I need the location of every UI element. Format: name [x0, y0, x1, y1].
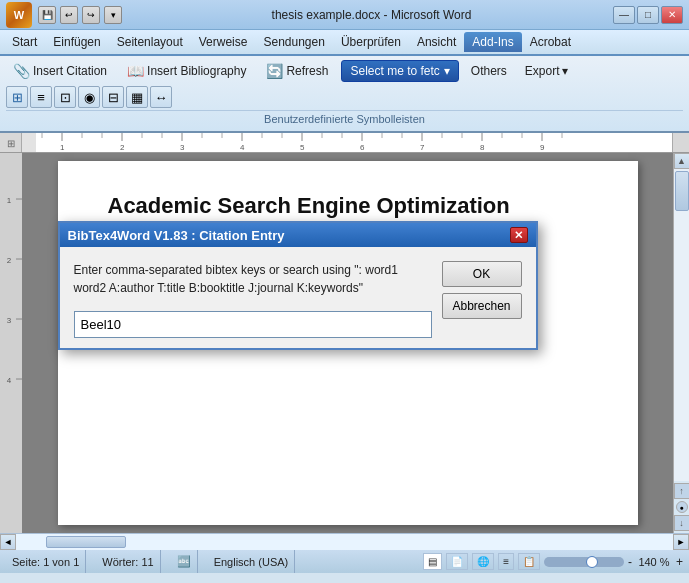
svg-text:6: 6	[360, 143, 365, 152]
svg-text:4: 4	[7, 376, 12, 385]
insert-bibliography-label: Insert Bibliography	[147, 64, 246, 78]
h-scroll-right-btn[interactable]: ►	[673, 534, 689, 550]
next-page-btn[interactable]: ↓	[674, 515, 690, 531]
menu-acrobat[interactable]: Acrobat	[522, 32, 579, 52]
zoom-thumb[interactable]	[586, 556, 598, 568]
dialog-close-button[interactable]: ✕	[510, 227, 528, 243]
ribbon: 📎 Insert Citation 📖 Insert Bibliography …	[0, 56, 689, 133]
menu-ansicht[interactable]: Ansicht	[409, 32, 464, 52]
window-controls: — □ ✕	[613, 6, 683, 24]
insert-citation-btn[interactable]: 📎 Insert Citation	[6, 60, 114, 82]
custom-toolbar-label: Benutzerdefinierte Symbolleisten	[6, 110, 683, 129]
language-info[interactable]: Englisch (USA)	[208, 550, 296, 573]
menu-bar: Start Einfügen Seitenlayout Verweise Sen…	[0, 30, 689, 56]
svg-text:9: 9	[540, 143, 545, 152]
document-page: Academic Search Engine Optimization (ASE…	[58, 161, 638, 525]
undo-quick-btn[interactable]: ↩	[60, 6, 78, 24]
ruler-main: 1 2 3 4 5 6 7 8 9	[22, 133, 673, 152]
h-scroll-left-btn[interactable]: ◄	[0, 534, 16, 550]
small-btn-2[interactable]: ≡	[30, 86, 52, 108]
insert-citation-label: Insert Citation	[33, 64, 107, 78]
maximize-button[interactable]: □	[637, 6, 659, 24]
page-info: Seite: 1 von 1	[6, 550, 86, 573]
redo-quick-btn[interactable]: ↪	[82, 6, 100, 24]
others-btn[interactable]: Others	[465, 61, 513, 81]
zoom-slider[interactable]	[544, 557, 624, 567]
small-btn-6[interactable]: ▦	[126, 86, 148, 108]
svg-text:1: 1	[60, 143, 65, 152]
view-normal-btn[interactable]: ▤	[423, 553, 442, 570]
spellcheck-icon[interactable]: 🔤	[171, 550, 198, 573]
word-count: Wörter: 11	[96, 550, 160, 573]
prev-page-btn[interactable]: ↑	[674, 483, 690, 499]
view-web-btn[interactable]: 🌐	[472, 553, 494, 570]
select-object-btn[interactable]: ●	[676, 501, 688, 513]
menu-start[interactable]: Start	[4, 32, 45, 52]
scroll-up-btn[interactable]: ▲	[674, 153, 690, 169]
refresh-label: Refresh	[286, 64, 328, 78]
zoom-minus-btn[interactable]: -	[628, 555, 632, 569]
ribbon-row1: 📎 Insert Citation 📖 Insert Bibliography …	[6, 60, 683, 82]
h-scroll-track	[16, 534, 673, 550]
insert-citation-icon: 📎	[13, 63, 30, 79]
export-label: Export	[525, 64, 560, 78]
select-dropdown-label: Select me to fetc	[350, 64, 439, 78]
menu-uberprufen[interactable]: Überprüfen	[333, 32, 409, 52]
svg-text:2: 2	[120, 143, 125, 152]
view-reading-btn[interactable]: 📄	[446, 553, 468, 570]
document-container: Academic Search Engine Optimization (ASE…	[22, 153, 673, 533]
small-btn-4[interactable]: ◉	[78, 86, 100, 108]
svg-rect-37	[22, 133, 36, 152]
dialog-body: Enter comma-separated bibtex keys or sea…	[60, 247, 536, 348]
view-draft-btn[interactable]: 📋	[518, 553, 540, 570]
zoom-level: 140 %	[636, 556, 672, 568]
small-btn-7[interactable]: ↔	[150, 86, 172, 108]
horizontal-scrollbar: ◄ ►	[0, 533, 689, 549]
dialog-title: BibTex4Word V1.83 : Citation Entry	[68, 228, 285, 243]
ruler-right	[673, 133, 689, 152]
minimize-button[interactable]: —	[613, 6, 635, 24]
status-bar: Seite: 1 von 1 Wörter: 11 🔤 Englisch (US…	[0, 549, 689, 573]
svg-text:3: 3	[7, 316, 12, 325]
menu-verweise[interactable]: Verweise	[191, 32, 256, 52]
menu-einfugen[interactable]: Einfügen	[45, 32, 108, 52]
menu-addins[interactable]: Add-Ins	[464, 32, 521, 52]
menu-seitenlayout[interactable]: Seitenlayout	[109, 32, 191, 52]
refresh-icon: 🔄	[266, 63, 283, 79]
app-logo: W	[6, 2, 32, 28]
insert-bibliography-btn[interactable]: 📖 Insert Bibliography	[120, 60, 253, 82]
small-btn-3[interactable]: ⊡	[54, 86, 76, 108]
ok-button[interactable]: OK	[442, 261, 522, 287]
menu-sendungen[interactable]: Sendungen	[255, 32, 332, 52]
view-outline-btn[interactable]: ≡	[498, 553, 514, 570]
cancel-button[interactable]: Abbrechen	[442, 293, 522, 319]
select-dropdown[interactable]: Select me to fetc ▾	[341, 60, 458, 82]
svg-rect-38	[0, 153, 22, 533]
close-button[interactable]: ✕	[661, 6, 683, 24]
citation-dialog: BibTex4Word V1.83 : Citation Entry ✕ Ent…	[58, 221, 538, 350]
export-arrow-icon: ▾	[562, 64, 568, 78]
scroll-thumb[interactable]	[675, 171, 689, 211]
small-btn-5[interactable]: ⊟	[102, 86, 124, 108]
h-scroll-thumb[interactable]	[46, 536, 126, 548]
vertical-scrollbar: ▲ ↑ ● ↓	[673, 153, 689, 533]
insert-bibliography-icon: 📖	[127, 63, 144, 79]
export-btn[interactable]: Export ▾	[519, 61, 574, 81]
quick-access-toolbar: 💾 ↩ ↪ ▾	[38, 6, 122, 24]
svg-text:5: 5	[300, 143, 305, 152]
svg-text:1: 1	[7, 196, 12, 205]
svg-text:4: 4	[240, 143, 245, 152]
ruler: ⊞ 1 2 3 4 5 6 7 8 9	[0, 133, 689, 153]
save-quick-btn[interactable]: 💾	[38, 6, 56, 24]
refresh-btn[interactable]: 🔄 Refresh	[259, 60, 335, 82]
title-bar: W 💾 ↩ ↪ ▾ thesis example.docx - Microsof…	[0, 0, 689, 30]
main-area: 1 2 3 4 Academic Search Engine Optimizat…	[0, 153, 689, 533]
small-btn-1[interactable]: ⊞	[6, 86, 28, 108]
status-right: ▤ 📄 🌐 ≡ 📋 - 140 % +	[423, 553, 683, 570]
zoom-plus-btn[interactable]: +	[676, 555, 683, 569]
bibtex-key-input[interactable]	[74, 311, 432, 338]
svg-text:8: 8	[480, 143, 485, 152]
customize-btn[interactable]: ▾	[104, 6, 122, 24]
svg-text:7: 7	[420, 143, 425, 152]
others-label: Others	[471, 64, 507, 78]
